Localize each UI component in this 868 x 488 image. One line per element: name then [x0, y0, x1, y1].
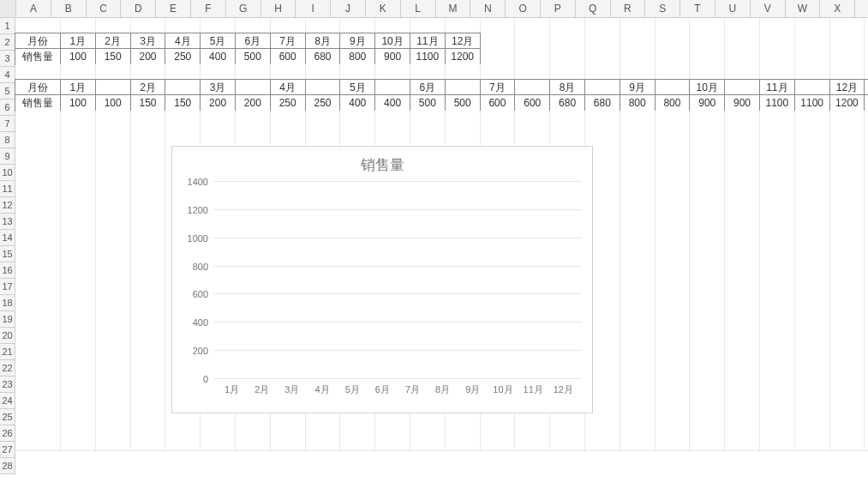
cell-I5[interactable] — [305, 79, 341, 96]
cell-A26[interactable] — [15, 404, 61, 420]
cell-Y28[interactable] — [865, 435, 868, 451]
cell-N5[interactable]: 7月 — [480, 79, 516, 96]
cell-H6[interactable]: 250 — [270, 94, 306, 111]
cell-V23[interactable] — [760, 358, 795, 374]
cell-W18[interactable] — [795, 280, 830, 297]
cell-U21[interactable] — [725, 327, 760, 343]
cell-U19[interactable] — [725, 296, 760, 312]
cell-W16[interactable] — [795, 250, 830, 266]
cell-Q7[interactable] — [585, 111, 620, 127]
cell-S16[interactable] — [655, 250, 691, 266]
cell-B9[interactable] — [61, 142, 96, 158]
cell-D9[interactable] — [131, 142, 166, 158]
cell-A15[interactable] — [15, 234, 61, 250]
cell-Y7[interactable] — [865, 111, 868, 127]
cell-D23[interactable] — [131, 358, 166, 374]
cell-R1[interactable] — [620, 18, 655, 34]
cell-T17[interactable] — [690, 265, 725, 281]
cell-W22[interactable] — [795, 342, 830, 358]
cell-B23[interactable] — [61, 358, 96, 374]
cell-M2[interactable]: 12月 — [445, 33, 481, 50]
cell-F27[interactable] — [201, 419, 236, 436]
cell-D10[interactable] — [131, 157, 166, 173]
cell-S13[interactable] — [655, 203, 691, 220]
cell-T28[interactable] — [690, 435, 725, 451]
col-header-E[interactable]: E — [156, 0, 191, 17]
cell-B8[interactable] — [61, 126, 96, 142]
row-header-3[interactable]: 3 — [0, 51, 15, 67]
cell-R7[interactable] — [620, 111, 655, 127]
cell-U20[interactable] — [725, 311, 760, 328]
cell-X9[interactable] — [830, 142, 865, 158]
cell-T10[interactable] — [690, 157, 725, 173]
cell-V17[interactable] — [760, 265, 795, 281]
cell-C10[interactable] — [96, 157, 131, 173]
cell-I6[interactable]: 250 — [305, 94, 341, 111]
cell-D26[interactable] — [131, 404, 166, 420]
cell-S24[interactable] — [655, 373, 691, 389]
cell-P8[interactable] — [550, 126, 585, 142]
cell-V9[interactable] — [760, 142, 795, 158]
cell-A9[interactable] — [15, 142, 61, 158]
col-header-R[interactable]: R — [611, 0, 646, 17]
cell-S25[interactable] — [655, 389, 691, 405]
col-header-F[interactable]: F — [191, 0, 226, 17]
cell-O3[interactable] — [515, 49, 550, 65]
cell-U7[interactable] — [725, 111, 760, 127]
cell-C19[interactable] — [96, 296, 131, 312]
cell-F7[interactable] — [201, 111, 236, 127]
cell-X11[interactable] — [830, 172, 865, 189]
col-header-K[interactable]: K — [366, 0, 401, 17]
cell-C7[interactable] — [96, 111, 131, 127]
cell-X7[interactable] — [830, 111, 865, 127]
cell-D5[interactable]: 2月 — [130, 79, 166, 96]
cell-C16[interactable] — [96, 250, 131, 266]
cell-N27[interactable] — [481, 419, 516, 436]
cell-H27[interactable] — [271, 419, 306, 436]
cell-E2[interactable]: 4月 — [165, 33, 201, 50]
row-header-19[interactable]: 19 — [0, 311, 15, 328]
cell-U6[interactable]: 900 — [724, 94, 760, 111]
col-header-S[interactable]: S — [645, 0, 680, 17]
cell-Y15[interactable] — [865, 234, 868, 250]
cell-G8[interactable] — [236, 126, 271, 142]
cell-U23[interactable] — [725, 358, 760, 374]
cell-Y18[interactable] — [865, 280, 868, 297]
cell-B7[interactable] — [61, 111, 96, 127]
cell-R9[interactable] — [620, 142, 655, 158]
cell-L5[interactable]: 6月 — [410, 79, 446, 96]
cell-Y17[interactable] — [865, 265, 868, 281]
cell-V28[interactable] — [760, 435, 795, 451]
cell-X20[interactable] — [830, 311, 865, 328]
cell-D2[interactable]: 3月 — [130, 33, 166, 50]
cell-R27[interactable] — [620, 419, 655, 436]
cell-W25[interactable] — [795, 389, 830, 405]
row-header-27[interactable]: 27 — [0, 442, 15, 458]
cell-A21[interactable] — [15, 327, 61, 343]
cell-B22[interactable] — [61, 342, 96, 358]
cell-C15[interactable] — [96, 234, 131, 250]
cell-W10[interactable] — [795, 157, 830, 173]
cell-P7[interactable] — [550, 111, 585, 127]
cell-T21[interactable] — [690, 327, 725, 343]
cell-Y25[interactable] — [865, 389, 868, 405]
cell-P3[interactable] — [550, 49, 585, 65]
cell-I3[interactable]: 680 — [305, 48, 341, 65]
cell-R19[interactable] — [620, 296, 655, 312]
cell-X12[interactable] — [830, 188, 865, 204]
cell-C23[interactable] — [96, 358, 131, 374]
cell-R17[interactable] — [620, 265, 655, 281]
cell-D21[interactable] — [131, 327, 166, 343]
cell-Y1[interactable] — [865, 18, 868, 34]
cell-A10[interactable] — [15, 157, 61, 173]
cell-V5[interactable]: 11月 — [759, 79, 795, 96]
cell-B16[interactable] — [61, 250, 96, 266]
cell-K8[interactable] — [375, 126, 410, 142]
cell-S5[interactable] — [655, 79, 691, 96]
cell-R24[interactable] — [620, 373, 655, 389]
cell-V21[interactable] — [760, 327, 795, 343]
cell-E6[interactable]: 150 — [165, 94, 201, 111]
cell-T7[interactable] — [690, 111, 725, 127]
cell-S11[interactable] — [655, 172, 691, 189]
cell-Y2[interactable] — [865, 33, 868, 50]
